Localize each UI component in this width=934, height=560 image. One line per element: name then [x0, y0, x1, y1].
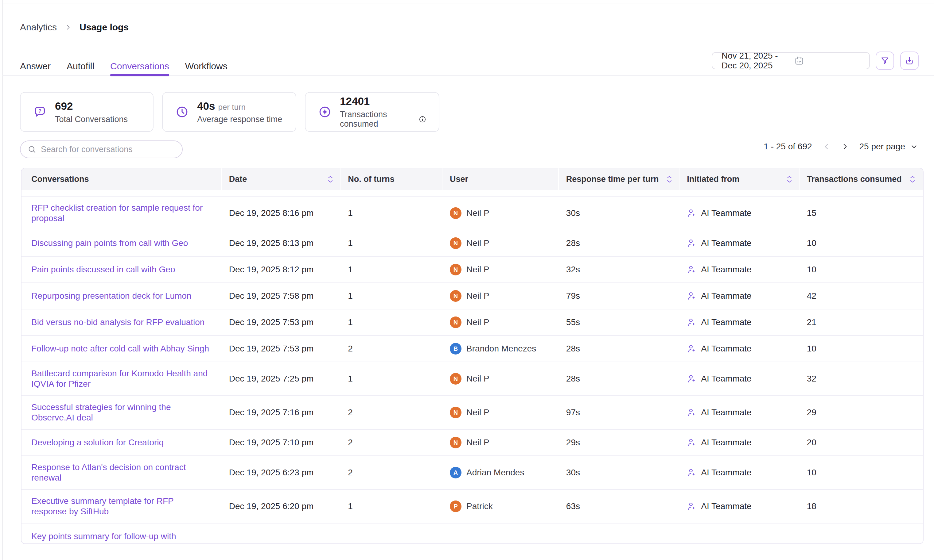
ai-teammate-icon	[687, 344, 697, 354]
transactions-value: 20	[807, 438, 817, 447]
funnel-icon	[880, 56, 890, 66]
cell-c3: NNeil P	[442, 237, 559, 249]
ai-teammate-icon	[687, 438, 697, 448]
info-icon[interactable]	[418, 115, 426, 123]
cell-c3: NNeil P	[442, 407, 559, 418]
stat-value: 692	[55, 100, 128, 112]
date-range-picker[interactable]: Nov 21, 2025 - Dec 20, 2025	[712, 52, 870, 69]
stat-value: 12401	[340, 95, 426, 107]
initiated-from-cell: AI Teammate	[687, 208, 799, 218]
stat-card-transactions-consumed: 12401 Transactions consumed	[305, 92, 439, 132]
breadcrumb-analytics[interactable]: Analytics	[20, 22, 57, 32]
cell-c3: NNeil P	[442, 437, 559, 448]
date-value: Dec 19, 2025 7:58 pm	[229, 291, 314, 300]
search-input[interactable]	[41, 145, 175, 154]
initiated-from-label: AI Teammate	[701, 502, 751, 511]
sort-icon[interactable]	[667, 175, 672, 183]
column-label: No. of turns	[348, 174, 394, 184]
cell-c6: 18	[800, 502, 922, 511]
transactions-value: 10	[807, 344, 817, 353]
cell-c0: Pain points discussed in call with Geo	[22, 265, 222, 275]
response-time-value: 97s	[566, 408, 580, 417]
table-row: Pain points discussed in call with GeoDe…	[22, 257, 923, 283]
column-label: User	[450, 174, 468, 184]
conversation-link[interactable]: Response to Atlan's decision on contract…	[31, 462, 209, 483]
stat-card-total-conversations: ? 692 Total Conversations	[20, 92, 153, 132]
user-cell: AAdrian Mendes	[450, 467, 559, 478]
conversation-link[interactable]: Pain points discussed in call with Geo	[31, 265, 209, 275]
cell-c6: 42	[800, 291, 922, 301]
cell-c0: Discussing pain points from call with Ge…	[22, 238, 222, 248]
date-value: Dec 19, 2025 7:25 pm	[229, 374, 314, 383]
cell-c1: Dec 19, 2025 6:20 pm	[222, 502, 341, 511]
column-header-1: Date	[222, 168, 341, 190]
stat-label: Total Conversations	[55, 115, 128, 124]
conversation-link[interactable]: Bid versus no-bid analysis for RFP evalu…	[31, 317, 209, 328]
sort-icon[interactable]	[787, 175, 792, 183]
user-name: Neil P	[466, 317, 489, 327]
tab-conversations[interactable]: Conversations	[110, 57, 169, 75]
tab-workflows[interactable]: Workflows	[185, 57, 227, 75]
cell-c3: NNeil P	[442, 317, 559, 328]
cell-c5: AI Teammate	[679, 374, 799, 384]
transactions-value: 15	[807, 208, 817, 218]
cell-c3: NNeil P	[442, 207, 559, 219]
initiated-from-label: AI Teammate	[701, 317, 751, 327]
conversation-link[interactable]: Battlecard comparison for Komodo Health …	[31, 368, 209, 389]
cell-c0: RFP checklist creation for sample reques…	[22, 203, 222, 223]
cell-c5: AI Teammate	[679, 317, 799, 327]
date-value: Dec 19, 2025 8:16 pm	[229, 208, 314, 218]
user-name: Neil P	[466, 438, 489, 448]
cell-c0: Repurposing presentation deck for Lumon	[22, 291, 222, 301]
conversation-link[interactable]: Follow-up note after cold call with Abha…	[31, 343, 209, 354]
usage-logs-page: Analytics Usage logs AnswerAutofillConve…	[0, 0, 934, 560]
cell-c0: Response to Atlan's decision on contract…	[22, 462, 222, 483]
response-time-value: 55s	[566, 317, 580, 327]
cell-c2: 2	[341, 344, 442, 354]
stat-value: 40s	[197, 100, 215, 112]
export-button[interactable]	[900, 52, 919, 70]
conversation-link[interactable]: Executive summary template for RFP respo…	[31, 496, 209, 517]
cell-c1: Dec 19, 2025 7:53 pm	[222, 344, 341, 354]
date-value: Dec 19, 2025 6:20 pm	[229, 502, 314, 511]
conversation-link[interactable]: Successful strategies for winning the Ob…	[31, 402, 209, 423]
sparkle-circle-icon	[318, 105, 332, 119]
transactions-value: 32	[807, 374, 817, 383]
table-body: RFP checklist creation for sample reques…	[22, 190, 923, 544]
tab-answer[interactable]: Answer	[20, 57, 51, 75]
sort-icon[interactable]	[910, 175, 915, 183]
user-cell: BBrandon Menezes	[450, 343, 559, 354]
cell-c5: AI Teammate	[679, 344, 799, 354]
tab-autofill[interactable]: Autofill	[66, 57, 94, 75]
table-row: RFP checklist creation for sample reques…	[22, 197, 923, 230]
date-value: Dec 19, 2025 7:10 pm	[229, 438, 314, 447]
per-page-select[interactable]: 25 per page	[859, 142, 918, 151]
conversation-link[interactable]: RFP checklist creation for sample reques…	[31, 203, 209, 223]
next-page-icon[interactable]	[841, 143, 849, 151]
stat-label: Average response time	[197, 115, 282, 124]
user-cell: NNeil P	[450, 237, 559, 249]
user-cell: NNeil P	[450, 207, 559, 219]
date-value: Dec 19, 2025 8:13 pm	[229, 238, 314, 248]
sort-icon[interactable]	[327, 175, 333, 183]
cell-c6: 21	[800, 317, 922, 327]
conversation-link[interactable]: Developing a solution for Creatoriq	[31, 437, 209, 448]
pagination-range: 1 - 25 of 692	[764, 142, 812, 151]
initiated-from-label: AI Teammate	[701, 438, 751, 448]
cell-c5: AI Teammate	[679, 238, 799, 248]
column-label: Conversations	[31, 174, 89, 184]
turns-value: 1	[348, 265, 353, 274]
ai-teammate-icon	[687, 238, 697, 248]
response-time-value: 28s	[566, 238, 580, 248]
conversation-link[interactable]: Repurposing presentation deck for Lumon	[31, 291, 209, 301]
date-range-value: Nov 21, 2025 - Dec 20, 2025	[721, 51, 790, 71]
cell-c2: 1	[341, 317, 442, 327]
initiated-from-cell: AI Teammate	[687, 438, 799, 448]
table-row: Response to Atlan's decision on contract…	[22, 456, 923, 490]
conversation-link[interactable]: Discussing pain points from call with Ge…	[31, 238, 209, 248]
date-value: Dec 19, 2025 7:53 pm	[229, 317, 314, 327]
filter-button[interactable]	[876, 52, 894, 70]
table-row: Developing a solution for CreatoriqDec 1…	[22, 430, 923, 456]
conversation-link[interactable]: Key points summary for follow-up with	[31, 531, 209, 542]
previous-page-icon[interactable]	[823, 143, 831, 151]
